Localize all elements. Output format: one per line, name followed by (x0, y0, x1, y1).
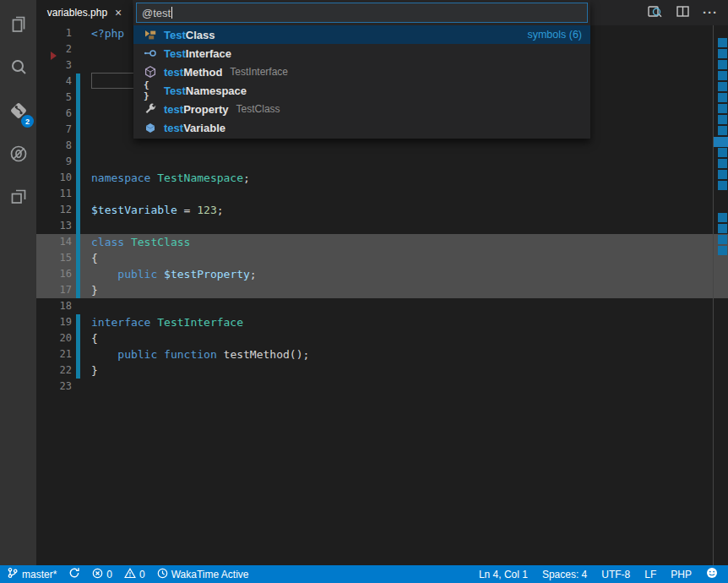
code-line-17[interactable]: 17} (36, 282, 728, 298)
line-number: 13 (36, 218, 72, 234)
open-changes-button[interactable] (647, 3, 663, 23)
more-actions-button[interactable]: ··· (703, 8, 718, 17)
status-language-mode-label: PHP (671, 569, 692, 580)
ruler-modified-mark (718, 49, 727, 58)
status-errors-label: 0 (106, 569, 112, 580)
sync-icon (68, 567, 80, 581)
ruler-modified-mark (718, 148, 727, 157)
scm-changes-badge: 2 (21, 115, 34, 128)
activity-bar-explorer[interactable] (0, 4, 36, 47)
ruler-selection-mark (714, 137, 728, 147)
open-changes-icon (647, 3, 663, 23)
code-line-14[interactable]: 14class TestClass (36, 234, 728, 250)
symbol-class-icon (144, 28, 157, 41)
status-sync[interactable] (68, 567, 80, 581)
git-modified-gutter (76, 202, 80, 218)
ruler-modified-mark (718, 71, 727, 80)
gutter (76, 298, 80, 314)
code-line-18[interactable]: 18 (36, 298, 728, 314)
code-line-9[interactable]: 9 (36, 154, 728, 170)
status-wakatime[interactable]: WakaTime Active (157, 568, 249, 581)
code-line-16[interactable]: 16 public $testProperty; (36, 266, 728, 282)
status-bar-left: master*00WakaTime Active (0, 567, 249, 581)
activity-bar-source-control[interactable]: 2 (0, 90, 36, 133)
git-modified-gutter (76, 106, 80, 122)
code-line-22[interactable]: 22} (36, 362, 728, 379)
line-number: 23 (36, 379, 72, 395)
quick-open-item-testMethod[interactable]: testMethodTestInterface (133, 63, 590, 81)
search-icon (8, 57, 29, 81)
quick-open-item-TestClass[interactable]: TestClasssymbols (6) (133, 25, 590, 44)
code-text: public function testMethod(); (91, 346, 309, 362)
git-branch-icon (7, 567, 19, 581)
symbol-label: TestNamespace (164, 84, 247, 97)
status-errors[interactable]: 0 (92, 568, 112, 581)
status-feedback[interactable] (706, 567, 718, 581)
symbol-namespace-icon: { } (144, 84, 157, 97)
activity-bar-search[interactable] (0, 47, 36, 90)
code-text: } (91, 362, 98, 379)
status-eol[interactable]: LF (644, 569, 656, 580)
line-number: 20 (36, 330, 72, 346)
git-modified-gutter (76, 170, 80, 186)
quick-open-item-testProperty[interactable]: testPropertyTestClass (133, 100, 590, 118)
git-modified-gutter (76, 282, 80, 298)
code-line-21[interactable]: 21 public function testMethod(); (36, 346, 728, 362)
status-encoding[interactable]: UTF-8 (601, 569, 630, 580)
code-line-8[interactable]: 8 (36, 138, 728, 154)
activity-bar-debug[interactable] (0, 133, 36, 177)
tab-variables-php[interactable]: variables.php × (36, 0, 133, 25)
status-language-mode[interactable]: PHP (671, 569, 692, 580)
status-cursor-position[interactable]: Ln 4, Col 1 (479, 569, 528, 580)
symbol-label: TestClass (164, 29, 215, 41)
line-number: 9 (36, 154, 72, 170)
status-git-branch[interactable]: master* (7, 567, 57, 581)
git-modified-gutter (76, 154, 80, 170)
ruler-modified-mark (718, 126, 727, 135)
symbol-label: testProperty (164, 103, 229, 116)
code-line-23[interactable]: 23 (36, 379, 728, 395)
status-eol-label: LF (644, 569, 656, 580)
tab-close-icon[interactable]: × (115, 7, 122, 19)
activity-bar: 2 (0, 0, 36, 565)
split-editor-button[interactable] (676, 4, 690, 22)
git-deleted-lines-marker[interactable] (51, 52, 57, 60)
errors-icon (92, 568, 103, 581)
symbol-property-icon (144, 102, 157, 116)
gutter (76, 25, 80, 41)
wakatime-icon (157, 568, 168, 581)
line-number: 8 (36, 138, 72, 154)
quick-open-item-TestNamespace[interactable]: { }TestNamespace (133, 81, 590, 100)
ruler-modified-mark (718, 213, 727, 222)
git-modified-gutter (76, 122, 80, 138)
overview-ruler[interactable] (713, 25, 728, 565)
feedback-icon (706, 567, 718, 581)
ruler-modified-mark (718, 82, 727, 91)
ruler-modified-mark (718, 159, 727, 168)
code-line-11[interactable]: 11 (36, 186, 728, 202)
quick-open-widget: @test TestClasssymbols (6)TestInterfacet… (133, 0, 590, 139)
code-line-13[interactable]: 13 (36, 218, 728, 234)
code-line-20[interactable]: 20{ (36, 330, 728, 346)
quick-open-item-testVariable[interactable]: testVariable (133, 118, 590, 137)
status-indentation[interactable]: Spaces: 4 (542, 569, 587, 580)
code-text: namespace TestNamespace; (91, 170, 250, 186)
quick-open-item-TestInterface[interactable]: TestInterface (133, 44, 590, 63)
line-number: 11 (36, 186, 72, 202)
code-line-12[interactable]: 12$testVariable = 123; (36, 202, 728, 218)
activity-bar-extensions[interactable] (0, 177, 36, 220)
code-line-19[interactable]: 19interface TestInterface (36, 314, 728, 330)
symbol-detail: TestClass (236, 103, 280, 115)
code-line-10[interactable]: 10namespace TestNamespace; (36, 170, 728, 186)
ruler-modified-mark (718, 115, 727, 124)
status-encoding-label: UTF-8 (601, 569, 630, 580)
status-warnings[interactable]: 0 (124, 568, 145, 581)
symbol-label: testVariable (164, 122, 225, 134)
line-number: 12 (36, 202, 72, 218)
git-modified-gutter (76, 90, 80, 106)
split-editor-icon (676, 4, 690, 22)
code-line-15[interactable]: 15{ (36, 250, 728, 266)
gutter (76, 57, 80, 74)
line-number: 5 (36, 90, 72, 106)
quick-open-input[interactable]: @test (136, 3, 588, 23)
